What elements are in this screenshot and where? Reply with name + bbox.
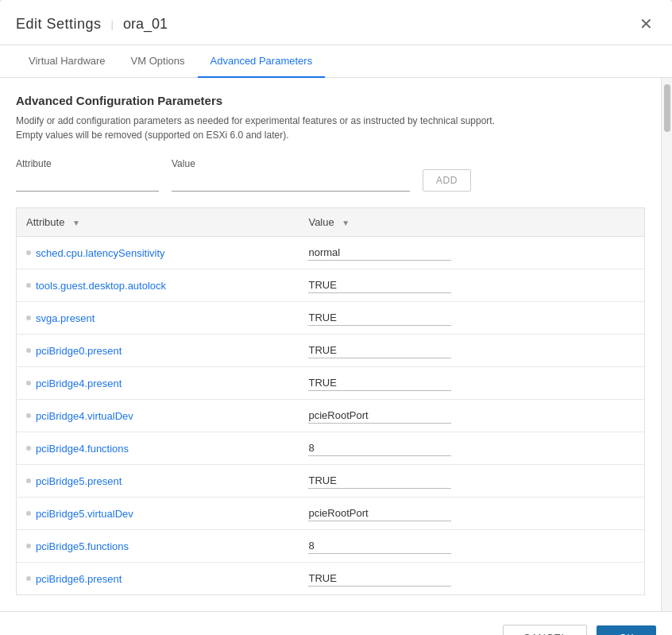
scrollbar-thumb[interactable] bbox=[664, 84, 670, 132]
table-row: pciBridge4.virtualDev bbox=[17, 400, 645, 432]
table-row: tools.guest.desktop.autolock bbox=[17, 269, 645, 302]
attribute-sort-icon[interactable]: ▼ bbox=[72, 219, 80, 227]
section-title: Advanced Configuration Parameters bbox=[16, 94, 645, 107]
attribute-link-text: pciBridge4.present bbox=[36, 378, 122, 389]
table-cell-value bbox=[299, 335, 644, 367]
attribute-link-dot bbox=[26, 413, 31, 418]
col-value: Value ▼ bbox=[299, 208, 644, 237]
table-body: sched.cpu.latencySensitivitytools.guest.… bbox=[17, 237, 645, 595]
modal-header: Edit Settings | ora_01 ✕ bbox=[0, 0, 672, 45]
attribute-link-dot bbox=[26, 381, 31, 385]
tab-virtual-hardware[interactable]: Virtual Hardware bbox=[16, 45, 118, 78]
close-button[interactable]: ✕ bbox=[636, 13, 656, 35]
table-row: pciBridge6.present bbox=[17, 563, 645, 595]
main-content: Advanced Configuration Parameters Modify… bbox=[0, 78, 661, 611]
edit-settings-modal: Edit Settings | ora_01 ✕ Virtual Hardwar… bbox=[0, 0, 672, 635]
value-field[interactable] bbox=[308, 343, 451, 358]
value-field-group: Value bbox=[172, 158, 410, 192]
section-desc-line1: Modify or add configuration parameters a… bbox=[16, 115, 495, 126]
table-cell-attribute: pciBridge5.present bbox=[17, 465, 299, 498]
table-row: svga.present bbox=[17, 302, 645, 335]
table-row: pciBridge5.present bbox=[17, 465, 645, 498]
table-cell-attribute: pciBridge6.present bbox=[17, 563, 299, 595]
table-row: pciBridge4.present bbox=[17, 367, 645, 400]
attribute-link-text: pciBridge6.present bbox=[36, 573, 122, 585]
attribute-link[interactable]: svga.present bbox=[26, 312, 289, 324]
attribute-link[interactable]: pciBridge4.virtualDev bbox=[26, 410, 289, 422]
table-cell-value bbox=[299, 269, 644, 302]
attribute-link[interactable]: pciBridge5.present bbox=[26, 475, 289, 487]
tab-vm-options[interactable]: VM Options bbox=[118, 45, 198, 78]
value-field[interactable] bbox=[308, 277, 451, 293]
value-field[interactable] bbox=[308, 375, 451, 391]
table-cell-value bbox=[299, 432, 644, 465]
modal-title: Edit Settings bbox=[16, 16, 102, 33]
attribute-link[interactable]: tools.guest.desktop.autolock bbox=[26, 280, 289, 292]
table-header-row: Attribute ▼ Value ▼ bbox=[17, 208, 645, 237]
modal-subtitle: ora_01 bbox=[123, 16, 168, 33]
attribute-link-dot bbox=[26, 544, 31, 548]
title-separator: | bbox=[111, 18, 114, 30]
attribute-link-dot bbox=[26, 348, 31, 353]
table-row: pciBridge5.virtualDev bbox=[17, 498, 645, 530]
attribute-link-text: pciBridge5.virtualDev bbox=[36, 508, 133, 520]
value-sort-icon[interactable]: ▼ bbox=[342, 219, 350, 227]
attribute-link[interactable]: sched.cpu.latencySensitivity bbox=[26, 247, 289, 259]
col-attribute: Attribute ▼ bbox=[17, 208, 299, 237]
scrollbar-track bbox=[661, 78, 672, 611]
tab-bar: Virtual Hardware VM Options Advanced Par… bbox=[0, 45, 672, 78]
attribute-link-dot bbox=[26, 250, 31, 255]
add-button[interactable]: ADD bbox=[423, 169, 471, 192]
tab-advanced-parameters[interactable]: Advanced Parameters bbox=[198, 45, 326, 78]
value-field[interactable] bbox=[308, 538, 451, 554]
table-cell-value bbox=[299, 302, 644, 335]
table-cell-attribute: pciBridge4.virtualDev bbox=[17, 400, 299, 432]
attribute-link-text: pciBridge0.present bbox=[36, 345, 122, 357]
attribute-link[interactable]: pciBridge5.functions bbox=[26, 540, 289, 552]
attribute-link[interactable]: pciBridge5.virtualDev bbox=[26, 508, 289, 520]
value-field[interactable] bbox=[308, 245, 451, 261]
table-row: sched.cpu.latencySensitivity bbox=[17, 237, 645, 269]
content-area: Advanced Configuration Parameters Modify… bbox=[0, 78, 672, 611]
value-field[interactable] bbox=[308, 505, 451, 521]
params-table: Attribute ▼ Value ▼ sched.cpu.latencySen… bbox=[16, 207, 645, 595]
attribute-link-text: pciBridge5.present bbox=[36, 475, 122, 487]
table-cell-value bbox=[299, 563, 644, 595]
value-field[interactable] bbox=[308, 440, 451, 456]
value-field[interactable] bbox=[308, 310, 451, 326]
value-field[interactable] bbox=[308, 571, 451, 587]
add-param-form: Attribute Value ADD bbox=[16, 158, 645, 192]
table-cell-attribute: pciBridge4.present bbox=[17, 367, 299, 400]
attribute-link-text: pciBridge5.functions bbox=[36, 540, 129, 552]
table-cell-value bbox=[299, 498, 644, 530]
table-cell-attribute: pciBridge5.functions bbox=[17, 530, 299, 563]
attribute-link[interactable]: pciBridge4.present bbox=[26, 378, 289, 389]
table-cell-attribute: pciBridge4.functions bbox=[17, 432, 299, 465]
attribute-link[interactable]: pciBridge4.functions bbox=[26, 443, 289, 455]
table-cell-value bbox=[299, 237, 644, 269]
value-field[interactable] bbox=[308, 408, 451, 424]
table-row: pciBridge5.functions bbox=[17, 530, 645, 563]
attribute-field-group: Attribute bbox=[16, 158, 159, 192]
cancel-button[interactable]: CANCEL bbox=[503, 625, 587, 635]
value-field[interactable] bbox=[308, 473, 451, 489]
modal-footer: CANCEL OK bbox=[0, 611, 672, 635]
attribute-link-text: pciBridge4.functions bbox=[36, 443, 129, 455]
table-cell-attribute: svga.present bbox=[17, 302, 299, 335]
attribute-link-dot bbox=[26, 511, 31, 516]
attribute-link[interactable]: pciBridge0.present bbox=[26, 345, 289, 357]
value-input[interactable] bbox=[172, 172, 410, 192]
table-cell-value bbox=[299, 465, 644, 498]
table-cell-attribute: tools.guest.desktop.autolock bbox=[17, 269, 299, 302]
attribute-link-dot bbox=[26, 283, 31, 288]
ok-button[interactable]: OK bbox=[597, 625, 656, 635]
attribute-input[interactable] bbox=[16, 172, 159, 192]
section-desc-line2: Empty values will be removed (supported … bbox=[16, 130, 289, 141]
table-cell-attribute: sched.cpu.latencySensitivity bbox=[17, 237, 299, 269]
attribute-link-dot bbox=[26, 576, 31, 581]
table-cell-attribute: pciBridge5.virtualDev bbox=[17, 498, 299, 530]
attribute-link-dot bbox=[26, 316, 31, 320]
attribute-link[interactable]: pciBridge6.present bbox=[26, 573, 289, 585]
attribute-link-text: pciBridge4.virtualDev bbox=[36, 410, 133, 422]
attribute-link-text: sched.cpu.latencySensitivity bbox=[36, 247, 165, 259]
